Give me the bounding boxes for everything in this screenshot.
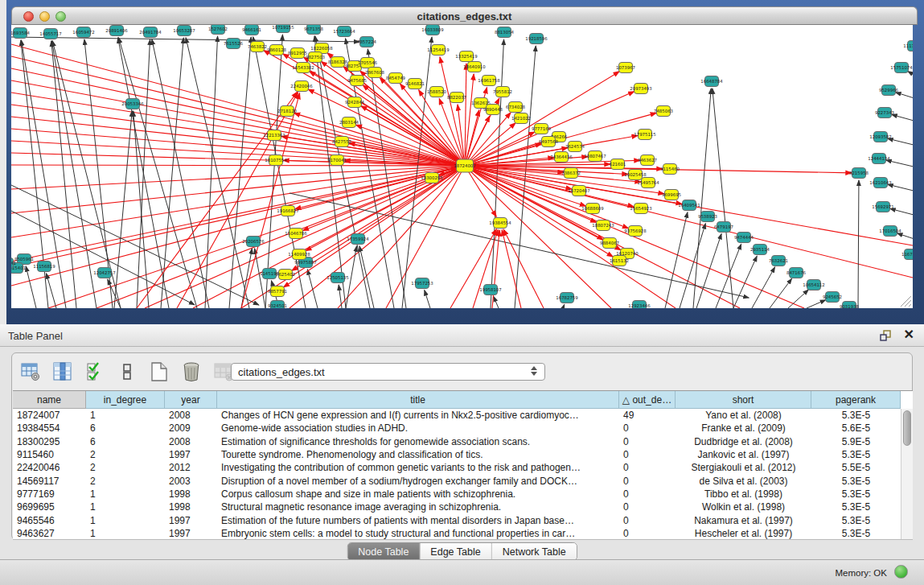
graph-node-yellow[interactable]: 9115460 [660, 164, 680, 175]
citation-edge-black[interactable] [693, 89, 711, 308]
column-header-in_degree[interactable]: in_degree [86, 391, 165, 409]
graph-node-teal[interactable]: 6479197 [714, 222, 733, 233]
table-row[interactable]: 977716911998Corpus callosum shape and si… [13, 488, 913, 501]
table-cell[interactable]: 5.3E-5 [811, 476, 901, 487]
citation-edge-black[interactable] [892, 114, 913, 122]
column-header-year[interactable]: year [165, 391, 217, 409]
graph-node-yellow[interactable]: 18107554 [265, 155, 287, 166]
table-cell[interactable]: Wolkin et al. (1998) [676, 501, 811, 513]
table-cell[interactable]: Investigating the contribution of common… [217, 462, 619, 473]
graph-node-yellow[interactable]: 8427552 [332, 137, 351, 147]
citation-edge-black[interactable] [890, 208, 913, 216]
graph-node-yellow[interactable]: 93756928 [624, 226, 647, 237]
table-cell[interactable]: 0 [619, 449, 676, 460]
graph-node-yellow[interactable]: 17975115 [634, 130, 655, 140]
citation-edge-red[interactable] [11, 105, 465, 166]
graph-node-yellow[interactable]: 9857791 [268, 286, 287, 297]
scrollbar-thumb[interactable] [903, 410, 911, 446]
graph-node-teal[interactable]: 20891406 [105, 26, 128, 36]
table-cell[interactable]: 5.9E-5 [811, 436, 901, 447]
table-cell[interactable]: 1997 [165, 515, 217, 526]
table-cell[interactable]: de Silva et al. (2003) [676, 476, 811, 487]
graph-node-yellow[interactable]: 1615132 [610, 256, 629, 266]
graph-node-teal[interactable]: 1527602 [208, 25, 228, 35]
vertical-scrollbar[interactable] [901, 409, 913, 540]
citation-edge-red[interactable] [465, 166, 629, 229]
table-settings-button[interactable] [18, 360, 43, 384]
graph-node-yellow[interactable]: 9475685 [347, 76, 367, 86]
table-cell[interactable]: 22420046 [13, 462, 86, 473]
citation-edge-black[interactable] [494, 296, 499, 308]
table-cell[interactable]: 0 [619, 488, 676, 500]
citation-edge-black[interactable] [119, 38, 197, 308]
graph-node-teal[interactable]: 12444134 [868, 154, 890, 164]
citation-edge-black[interactable] [339, 285, 342, 308]
citation-edge-red[interactable] [290, 166, 465, 308]
show-columns-button[interactable] [51, 360, 75, 384]
graph-node-teal[interactable]: 17957253 [411, 278, 433, 289]
table-cell[interactable]: Jankovic et al. (1997) [676, 449, 811, 460]
table-cell[interactable]: 5.5E-5 [811, 462, 901, 473]
graph-node-teal[interactable]: 12093582 [869, 132, 891, 142]
table-cell[interactable]: 5.3E-5 [811, 410, 901, 421]
table-cell[interactable]: 1 [86, 410, 165, 421]
table-cell[interactable]: 0 [619, 462, 676, 473]
resize-grip[interactable] [901, 296, 911, 307]
citation-edge-red[interactable] [465, 166, 740, 308]
table-cell[interactable]: 1 [86, 501, 165, 513]
table-cell[interactable]: Tibbo et al. (1998) [676, 488, 811, 500]
graph-node-yellow[interactable]: 7955812 [493, 87, 512, 97]
table-cell[interactable]: 19384554 [13, 422, 86, 434]
graph-node-yellow[interactable]: 1421022 [511, 113, 531, 124]
graph-node-teal[interactable]: 16648784 [700, 76, 723, 87]
graph-node-teal[interactable]: 15723664 [333, 27, 355, 37]
table-cell[interactable]: 18724007 [13, 410, 86, 421]
graph-node-teal[interactable]: 9324501 [268, 301, 287, 309]
graph-node-yellow[interactable]: 8454749 [386, 73, 406, 84]
table-cell[interactable]: 2003 [165, 476, 217, 487]
graph-node-teal[interactable]: 9474444 [734, 233, 754, 243]
table-cell[interactable]: 1 [86, 515, 165, 526]
table-cell[interactable]: 5.3E-5 [811, 515, 901, 526]
graph-node-yellow[interactable]: 7485063 [654, 106, 673, 117]
table-cell[interactable]: 2009 [165, 422, 217, 434]
graph-node-teal[interactable]: 10654112 [803, 280, 824, 290]
graph-node-teal[interactable]: 8813054 [495, 27, 515, 38]
graph-node-teal[interactable]: 9031938 [840, 302, 860, 309]
graph-node-yellow[interactable]: 6734028 [506, 102, 526, 113]
citation-edge-red[interactable] [492, 230, 499, 308]
graph-node-teal[interactable]: 10653287 [173, 26, 195, 36]
graph-node-yellow[interactable]: 18724007 [454, 159, 475, 172]
citation-edge-black[interactable] [858, 180, 859, 308]
citation-edge-black[interactable] [680, 224, 705, 308]
citation-edge-black[interactable] [897, 233, 913, 240]
table-cell[interactable]: 1997 [165, 449, 217, 460]
table-row[interactable]: 946554611997Estimation of the future num… [13, 513, 913, 526]
graph-node-yellow[interactable]: 1073967 [616, 63, 635, 73]
graph-node-yellow[interactable]: 9699695 [662, 190, 681, 200]
citation-edge-black[interactable] [11, 211, 195, 305]
table-row[interactable]: 1938455462009Genome-wide association stu… [13, 422, 913, 435]
graph-node-teal[interactable]: 16409541 [678, 200, 700, 211]
graph-node-teal[interactable]: 9245652 [823, 292, 842, 303]
graph-node-teal[interactable]: 12923446 [628, 301, 651, 309]
graph-node-yellow[interactable]: 9146821 [405, 79, 425, 89]
graph-node-yellow[interactable]: 1588520 [427, 87, 447, 97]
network-window-titlebar[interactable]: citations_edges.txt [11, 6, 918, 25]
table-cell[interactable]: 1998 [165, 488, 217, 500]
graph-node-yellow[interactable]: 9884067 [600, 238, 619, 249]
table-cell[interactable]: Embryonic stem cells: a model to study s… [217, 528, 619, 539]
graph-node-teal[interactable]: 7632621 [769, 256, 788, 266]
citation-edge-red[interactable] [473, 230, 498, 308]
table-cell[interactable]: 2 [86, 476, 165, 487]
citation-edge-black[interactable] [733, 256, 757, 308]
citation-edge-black[interactable] [307, 270, 318, 308]
graph-node-yellow[interactable]: 9860128 [267, 45, 287, 56]
graph-node-teal[interactable]: 9227343 [875, 108, 894, 118]
table-row[interactable]: 946362711997Embryonic stem cells: a mode… [13, 527, 913, 540]
graph-node-teal[interactable]: 16210643 [869, 178, 891, 188]
graph-node-yellow[interactable]: 10807467 [584, 151, 606, 162]
citation-edge-black[interactable] [563, 304, 565, 308]
graph-node-yellow[interactable]: 621601 [610, 159, 626, 170]
citation-edge-red[interactable] [502, 230, 521, 308]
